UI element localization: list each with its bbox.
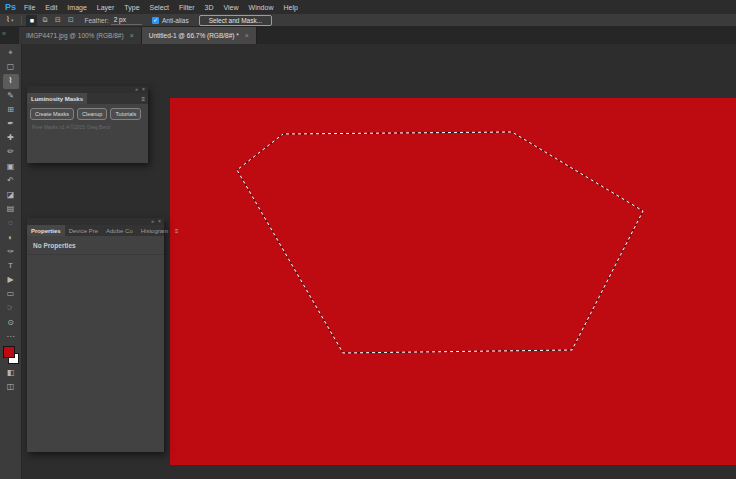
menu-filter[interactable]: Filter [179, 4, 195, 11]
tool-icon: ✎ [7, 91, 14, 101]
selection-marching-ants-light [237, 132, 643, 353]
panel-tab-row: Properties Device Pre Adobe Co Histogram… [27, 225, 164, 236]
polygonal-lasso-icon[interactable]: ⌇ [6, 16, 10, 24]
tab-properties[interactable]: Properties [27, 225, 65, 236]
cleanup-button[interactable]: Cleanup [77, 108, 108, 120]
menu-window[interactable]: Window [249, 4, 274, 11]
tool-icon: ▣ [7, 162, 15, 172]
spot-healing-brush-tool[interactable]: ✚ [3, 131, 19, 145]
quick-selection-tool[interactable]: ✎ [3, 89, 19, 103]
document-tab[interactable]: IMGP4471.jpg @ 100% (RGB/8#) × [19, 27, 142, 44]
anti-alias-checkbox[interactable]: ✓ [152, 17, 159, 24]
menu-edit[interactable]: Edit [45, 4, 57, 11]
tutorials-button[interactable]: Tutorials [110, 108, 141, 120]
tool-icon: ▭ [7, 289, 15, 299]
tab-histogram[interactable]: Histogram [137, 225, 172, 236]
tool-icon: ◪ [7, 190, 15, 200]
type-tool[interactable]: T [3, 259, 19, 273]
collapse-panel-icon[interactable]: « [135, 87, 138, 92]
document-tab-label: IMGP4471.jpg @ 100% (RGB/8#) [26, 32, 124, 39]
zoom-tool[interactable]: ⊙ [3, 316, 19, 330]
chevron-down-icon[interactable]: ▾ [11, 17, 14, 23]
move-tool[interactable]: ⌖ [3, 46, 19, 60]
blur-tool[interactable]: ◌ [3, 216, 19, 230]
divider [21, 16, 22, 25]
path-selection-tool[interactable]: ▶ [3, 273, 19, 287]
menu-view[interactable]: View [224, 4, 239, 11]
selection-mode-icon: ⊡ [68, 16, 74, 24]
collapse-panel-icon[interactable]: « [151, 219, 154, 224]
color-swatches [3, 346, 19, 364]
tool-icon: ⊞ [7, 105, 14, 115]
tool-icon: ✏ [7, 147, 14, 157]
new-selection-mode[interactable]: ■ [26, 15, 37, 26]
selection-overlay [170, 98, 736, 465]
no-properties-text: No Properties [27, 236, 164, 255]
rectangle-tool[interactable]: ▭ [3, 287, 19, 301]
add-to-selection-mode[interactable]: ⧉ [39, 15, 50, 26]
selection-mode-icon: ⊟ [55, 16, 61, 24]
document-canvas[interactable] [170, 98, 736, 465]
polygonal-lasso-tool[interactable]: ⌇ [3, 74, 19, 88]
menu-layer[interactable]: Layer [97, 4, 115, 11]
tab-device-preview[interactable]: Device Pre [65, 225, 102, 236]
close-tab-icon[interactable]: × [130, 32, 134, 39]
panel-group-bar: « × [27, 86, 148, 93]
subtract-selection-mode[interactable]: ⊟ [52, 15, 63, 26]
intersect-selection-mode[interactable]: ⊡ [65, 15, 76, 26]
tool-icon: ✑ [7, 247, 14, 257]
crop-tool[interactable]: ⊞ [3, 103, 19, 117]
luminosity-masks-panel: « × Luminosity Masks ≡ Create Masks Clea… [27, 86, 148, 163]
screen-mode-icon[interactable]: ◫ [3, 380, 19, 394]
menu-3d[interactable]: 3D [205, 4, 214, 11]
panel-menu-icon[interactable]: ≡ [172, 225, 182, 236]
toolbar: ⌖ ▢ ⌇ ✎ ⊞ ✒ ✚ ✏ ▣ ↶ ◪ ▤ [0, 44, 22, 479]
luminosity-masks-body: Create Masks Cleanup Tutorials Free Mask… [27, 104, 148, 130]
tab-adobe-color[interactable]: Adobe Co [102, 225, 137, 236]
gradient-tool[interactable]: ▤ [3, 202, 19, 216]
menu-file[interactable]: File [24, 4, 35, 11]
quick-mask-mode-icon[interactable]: ◧ [3, 366, 19, 380]
close-panel-icon[interactable]: × [158, 219, 161, 224]
menu-image[interactable]: Image [67, 4, 86, 11]
pen-tool[interactable]: ✑ [3, 245, 19, 259]
edit-toolbar-icon[interactable]: ⋯ [3, 330, 19, 344]
document-tab-bar: » IMGP4471.jpg @ 100% (RGB/8#) × Untitle… [0, 27, 736, 44]
menu-type[interactable]: Type [124, 4, 139, 11]
tool-icon: ☞ [7, 303, 14, 313]
history-brush-tool[interactable]: ↶ [3, 174, 19, 188]
menu-select[interactable]: Select [150, 4, 169, 11]
tool-options-bar: ⌇ ▾ ■ ⧉ ⊟ ⊡ Feather: 2 px ✓ Anti-alias S… [0, 14, 736, 27]
eyedropper-tool[interactable]: ✒ [3, 117, 19, 131]
create-masks-button[interactable]: Create Masks [30, 108, 74, 120]
photoshop-window: Ps File Edit Image Layer Type Select Fil… [0, 0, 736, 479]
selection-marching-ants-dark [237, 132, 643, 353]
brush-tool[interactable]: ✏ [3, 145, 19, 159]
document-tab[interactable]: Untitled-1 @ 66.7% (RGB/8#) * × [142, 27, 257, 44]
panel-credit-text: Free Masks v1.4 ©2015 Greg Benz [32, 124, 145, 130]
close-panel-icon[interactable]: × [142, 87, 145, 92]
eraser-tool[interactable]: ◪ [3, 188, 19, 202]
tool-icon: ⌇ [9, 76, 13, 86]
select-and-mask-button[interactable]: Select and Mask... [199, 15, 272, 26]
tool-icon: ◌ [8, 218, 13, 228]
rectangular-marquee-tool[interactable]: ▢ [3, 60, 19, 74]
close-tab-icon[interactable]: × [245, 32, 249, 39]
panel-group-bar: « × [27, 218, 164, 225]
panel-tab-row: Luminosity Masks ≡ [27, 93, 148, 104]
feather-label: Feather: [84, 17, 108, 24]
tool-icon: ◐ [8, 233, 13, 243]
hand-tool[interactable]: ☞ [3, 301, 19, 315]
tool-icon: ▶ [7, 275, 13, 285]
photoshop-logo[interactable]: Ps [5, 2, 16, 12]
menu-help[interactable]: Help [283, 4, 297, 11]
tool-icon: ⊙ [7, 318, 14, 328]
clone-stamp-tool[interactable]: ▣ [3, 160, 19, 174]
foreground-color-swatch[interactable] [3, 346, 15, 358]
document-tab-label: Untitled-1 @ 66.7% (RGB/8#) * [149, 32, 239, 39]
tab-overflow-icon[interactable]: » [2, 30, 6, 37]
dodge-tool[interactable]: ◐ [3, 230, 19, 244]
tab-luminosity-masks[interactable]: Luminosity Masks [27, 93, 87, 104]
panel-menu-icon[interactable]: ≡ [138, 93, 148, 104]
feather-input[interactable]: 2 px [111, 16, 142, 25]
